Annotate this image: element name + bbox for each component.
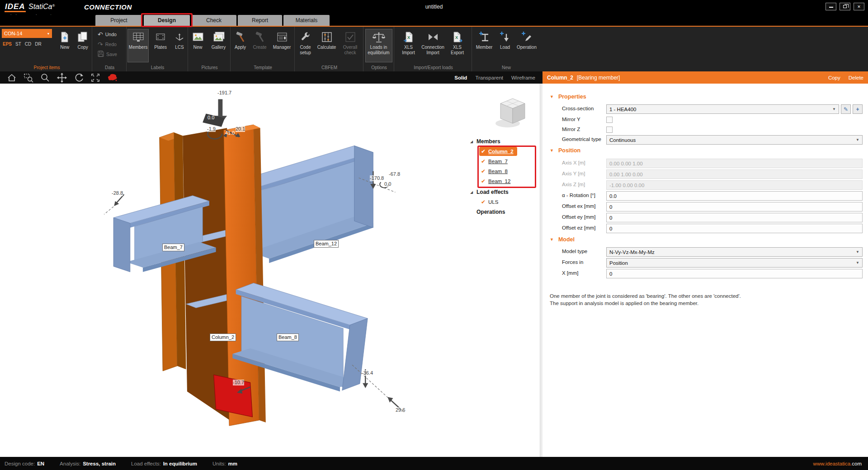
code-setup-button[interactable]: Code setup (297, 29, 315, 62)
new-document-icon (59, 30, 70, 44)
code-dr-toggle[interactable]: DR (35, 42, 41, 47)
section-model[interactable]: ▼ Model (550, 235, 575, 244)
geometrical-type-select[interactable]: Continuous ▼ (606, 135, 863, 145)
view-mode-transparent[interactable]: Transparent (475, 75, 503, 80)
model-type-select[interactable]: N-Vy-Vz-Mx-My-Mz ▼ (606, 247, 863, 257)
tab-materials[interactable]: Materials (283, 15, 330, 26)
balance-scale-icon (372, 30, 386, 44)
document-title: untitled (425, 4, 443, 10)
section-properties[interactable]: ▼ Properties (550, 93, 586, 101)
new-member-button[interactable]: Member (474, 29, 495, 62)
mirror-z-checkbox[interactable] (606, 127, 613, 133)
axis-z-row: Axis Z [m] -1.00 0.00 0.00 (542, 180, 868, 190)
template-apply-button[interactable]: Apply (232, 29, 249, 62)
tree-item-beam8[interactable]: ✔ Beam_8 (479, 167, 511, 176)
section-position[interactable]: ▼ Position (550, 146, 580, 155)
copy-member-button[interactable]: Copy (828, 75, 840, 80)
tree-item-column2[interactable]: ✔ Column_2 (479, 147, 517, 156)
overall-check-button[interactable]: Overall check (339, 29, 362, 62)
load-value-left: -28.8 (112, 190, 123, 196)
pan-icon[interactable] (57, 72, 67, 83)
tab-check[interactable]: Check (191, 15, 236, 26)
new-project-item-button[interactable]: New (57, 29, 73, 62)
redo-button[interactable]: ↷ Redo (97, 40, 117, 48)
tab-project[interactable]: Project (95, 15, 142, 26)
checkbox-checked-icon[interactable]: ✔ (481, 159, 486, 164)
xls-export-button[interactable]: X XLS Export (448, 29, 467, 62)
picture-new-button[interactable]: New (189, 29, 207, 62)
code-st-toggle[interactable]: ST (15, 42, 21, 47)
forces-in-select[interactable]: Position ▼ (606, 258, 863, 268)
tree-operations-header[interactable]: Operations (470, 207, 539, 216)
zoom-extents-icon[interactable] (90, 72, 101, 83)
model-viewport[interactable]: Beam_7 Beam_12 Column_2 Beam_8 -191.7 0.… (0, 84, 540, 457)
edit-cross-section-button[interactable]: ✎ (841, 104, 851, 114)
add-cross-section-button[interactable]: + (853, 104, 863, 114)
member-label-column2[interactable]: Column_2 (210, 334, 236, 341)
chevron-down-icon: ▼ (832, 107, 836, 111)
template-create-button[interactable]: Create (251, 29, 269, 62)
zoom-icon[interactable] (40, 72, 51, 83)
checkbox-checked-icon[interactable]: ✔ (481, 169, 486, 174)
tree-item-beam7[interactable]: ✔ Beam_7 (479, 157, 511, 166)
navigation-cube[interactable] (494, 93, 531, 131)
tab-design[interactable]: Design (144, 15, 190, 26)
paint-splat-icon[interactable] (107, 72, 118, 83)
offset-ex-input[interactable]: 0 (606, 202, 863, 212)
tree-item-beam12[interactable]: ✔ Beam_12 (479, 177, 514, 186)
checkbox-checked-icon[interactable]: ✔ (481, 179, 486, 184)
status-bar: Design code: EN Analysis: Stress, strain… (0, 457, 868, 470)
xls-import-icon: X (403, 30, 414, 44)
save-button[interactable]: Save (97, 50, 117, 58)
member-label-beam8[interactable]: Beam_8 (277, 334, 299, 341)
offset-ey-input[interactable]: 0 (606, 213, 863, 222)
close-button[interactable]: ✕ (854, 3, 864, 10)
code-eps-toggle[interactable]: EPS (3, 42, 12, 47)
x-position-input[interactable]: 0 (606, 269, 863, 278)
copy-project-item-button[interactable]: Copy (75, 29, 91, 62)
lcs-axes-icon (174, 30, 185, 44)
labels-members-toggle[interactable]: Members (127, 29, 149, 62)
cross-section-select[interactable]: 1 - HEA400 ▼ (606, 104, 839, 114)
load-value-vz-top: -1.9 (207, 126, 216, 132)
code-cd-toggle[interactable]: CD (25, 42, 31, 47)
project-item-combo[interactable]: CON-14 ▼ (2, 29, 52, 38)
checkbox-checked-icon[interactable]: ✔ (481, 199, 486, 205)
view-mode-solid[interactable]: Solid (454, 75, 467, 80)
tree-load-effects-header[interactable]: ◢ Load effects (470, 188, 539, 197)
view-mode-wireframe[interactable]: Wireframe (511, 75, 535, 80)
offset-ez-input[interactable]: 0 (606, 224, 863, 233)
group-label-project-items: Project items (2, 65, 92, 70)
delete-member-button[interactable]: Delete (849, 75, 863, 80)
calculate-button[interactable]: Calculate (316, 29, 337, 62)
restore-button[interactable] (840, 3, 850, 10)
undo-button[interactable]: ↶ Undo (97, 30, 117, 38)
connection-import-button[interactable]: Connection Import (420, 29, 446, 62)
minimize-icon (829, 5, 833, 8)
mirror-y-checkbox[interactable] (606, 117, 613, 123)
minimize-button[interactable] (826, 3, 836, 10)
member-label-beam12[interactable]: Beam_12 (314, 240, 339, 248)
checkbox-checked-icon[interactable]: ✔ (481, 149, 486, 154)
loads-in-equilibrium-toggle[interactable]: Loads in equilibrium (365, 29, 392, 62)
viewport-toolbar: Solid Transparent Wireframe (0, 71, 542, 84)
home-view-icon[interactable] (6, 72, 17, 83)
zoom-window-icon[interactable] (23, 72, 34, 83)
member-label-beam7[interactable]: Beam_7 (162, 244, 184, 251)
copy-icon (77, 30, 89, 44)
labels-plates-toggle[interactable]: Plates (151, 29, 170, 62)
axis-z-label: Axis Z [m] (562, 182, 585, 187)
tab-report[interactable]: Report (238, 15, 282, 26)
picture-gallery-button[interactable]: Gallery (208, 29, 229, 62)
xls-import-button[interactable]: X XLS Import (399, 29, 419, 62)
tree-members-header[interactable]: ◢ Members (470, 137, 539, 146)
rotate-view-icon[interactable] (73, 72, 84, 83)
project-item-codes: EPS ST CD DR (2, 42, 52, 47)
tree-item-uls[interactable]: ✔ ULS (479, 197, 502, 207)
rotation-input[interactable]: 0.0 (606, 191, 863, 201)
new-load-button[interactable]: Load (496, 29, 514, 62)
labels-lcs-toggle[interactable]: LCS (172, 29, 187, 62)
template-manager-button[interactable]: Manager (271, 29, 293, 62)
website-link[interactable]: www.ideastatica.com (813, 461, 862, 466)
new-operation-button[interactable]: Operation (515, 29, 538, 62)
